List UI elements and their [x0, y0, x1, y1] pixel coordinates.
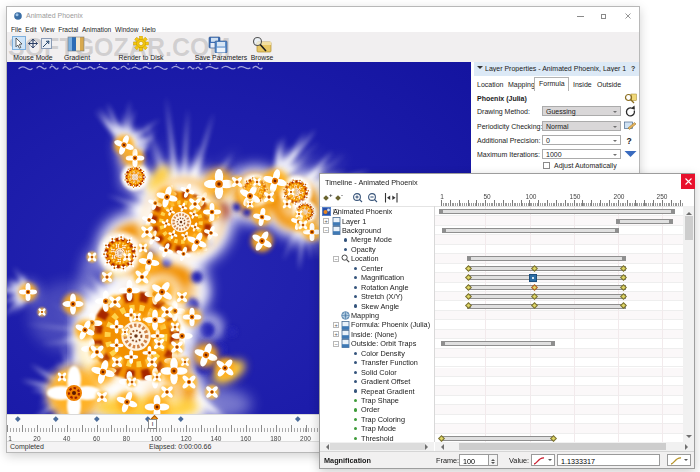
svg-text:?: ?	[627, 136, 632, 146]
svg-text:-: -	[341, 192, 343, 198]
svg-text:+: +	[329, 192, 333, 198]
